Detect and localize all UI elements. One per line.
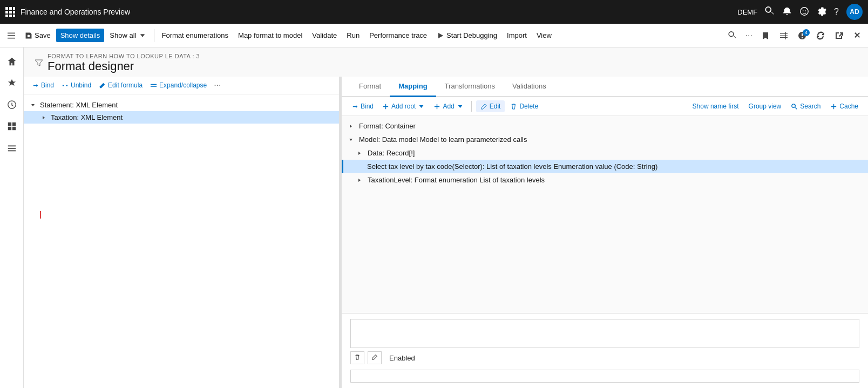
mt-chevron-right-0 — [348, 124, 356, 129]
group-view-label: Group view — [749, 103, 782, 110]
svg-rect-16 — [780, 33, 788, 34]
expand-icon[interactable] — [776, 29, 791, 42]
recent-nav-button[interactable] — [2, 95, 22, 114]
right-panel: Format Mapping Transformations Validatio… — [342, 77, 868, 388]
expand-collapse-button[interactable]: Expand/collapse — [147, 80, 209, 91]
map-format-label: Map format to model — [238, 31, 302, 39]
tab-validations-label: Validations — [512, 82, 546, 90]
cache-button[interactable]: Cache — [827, 101, 862, 112]
tree-item-taxation[interactable]: Taxation: XML Element — [24, 111, 339, 124]
favorites-nav-button[interactable] — [2, 73, 22, 93]
start-debugging-label: Start Debugging — [446, 31, 497, 39]
tab-format[interactable]: Format — [350, 77, 390, 97]
tree-chevron-down — [29, 101, 37, 109]
import-label: Import — [507, 31, 527, 39]
mt-label-data-record: Data: Record[!] — [368, 149, 415, 157]
mt-label-selector: Select tax level by tax code(Selector): … — [367, 162, 657, 171]
hamburger-button[interactable] — [3, 29, 19, 42]
view-button[interactable]: View — [532, 29, 556, 42]
workspaces-nav-button[interactable] — [2, 117, 22, 136]
main-content: FORMAT TO LEARN HOW TO LOOKUP LE DATA : … — [24, 47, 868, 388]
run-label: Run — [347, 31, 360, 39]
mt-item-format-container[interactable]: Format: Container — [342, 119, 868, 133]
popout-icon[interactable] — [831, 29, 846, 42]
avatar[interactable]: AD — [846, 4, 863, 20]
map-format-to-model-button[interactable]: Map format to model — [234, 29, 307, 42]
mt-label-format-container: Format: Container — [359, 122, 416, 130]
mt-item-model[interactable]: Model: Data model Model to learn paramet… — [342, 133, 868, 146]
search-toolbar-icon[interactable] — [725, 29, 740, 42]
breadcrumb-area: FORMAT TO LEARN HOW TO LOOKUP LE DATA : … — [48, 53, 857, 73]
format-enumerations-button[interactable]: Format enumerations — [158, 29, 233, 42]
editor-toolbar: Enabled — [350, 348, 859, 367]
mt-item-data-record[interactable]: Data: Record[!] — [342, 146, 868, 160]
mt-item-taxation-level[interactable]: TaxationLevel: Format enumeration List o… — [342, 173, 868, 187]
search-icon-top[interactable] — [765, 6, 775, 18]
edit-mapping-button[interactable]: Edit — [476, 100, 505, 112]
app-grid-button[interactable] — [5, 7, 15, 17]
svg-rect-7 — [9, 15, 12, 17]
show-all-button[interactable]: Show all — [105, 29, 150, 42]
show-name-first-button[interactable]: Show name first — [689, 101, 742, 112]
mt-chevron-right-2 — [357, 151, 364, 156]
unbind-button[interactable]: Unbind — [59, 80, 94, 91]
show-details-label: Show details — [60, 31, 100, 39]
side-nav — [0, 47, 24, 388]
svg-rect-1 — [9, 7, 12, 10]
bind-mapping-button[interactable]: Bind — [348, 101, 377, 112]
save-label: Save — [35, 31, 51, 39]
settings-icon[interactable] — [817, 6, 826, 18]
badge-icon[interactable]: 4 — [795, 29, 810, 42]
svg-rect-24 — [12, 127, 15, 130]
svg-rect-23 — [8, 127, 11, 130]
mt-item-selector[interactable]: Select tax level by tax code(Selector): … — [342, 160, 868, 173]
group-view-button[interactable]: Group view — [745, 101, 785, 112]
editor-delete-button[interactable] — [350, 351, 364, 364]
validate-button[interactable]: Validate — [308, 29, 341, 42]
filter-icon[interactable] — [35, 58, 43, 69]
mt-chevron-right-4 — [357, 178, 364, 183]
search-mapping-button[interactable]: Search — [788, 101, 824, 112]
show-details-button[interactable]: Show details — [56, 29, 105, 42]
unbind-label: Unbind — [71, 81, 91, 89]
import-button[interactable]: Import — [503, 29, 531, 42]
formula-editor-box[interactable] — [350, 319, 859, 348]
svg-rect-22 — [12, 122, 15, 126]
smiley-icon[interactable] — [799, 6, 809, 18]
home-nav-button[interactable] — [2, 52, 22, 71]
tab-mapping[interactable]: Mapping — [390, 77, 436, 97]
start-debugging-button[interactable]: Start Debugging — [432, 29, 501, 42]
format-enumerations-label: Format enumerations — [162, 31, 229, 39]
tabs-bar: Format Mapping Transformations Validatio… — [342, 77, 868, 97]
modules-nav-button[interactable] — [2, 138, 22, 158]
bind-left-button[interactable]: Bind — [29, 80, 57, 91]
performance-trace-button[interactable]: Performance trace — [365, 29, 431, 42]
bind-left-label: Bind — [41, 81, 54, 89]
svg-rect-18 — [780, 37, 788, 38]
tab-transformations[interactable]: Transformations — [436, 77, 504, 97]
expand-collapse-label: Expand/collapse — [159, 81, 207, 89]
app-title: Finance and Operations Preview — [21, 8, 737, 16]
svg-rect-3 — [5, 11, 8, 13]
svg-rect-28 — [63, 85, 64, 86]
tab-validations[interactable]: Validations — [504, 77, 555, 97]
edit-formula-button[interactable]: Edit formula — [96, 80, 145, 91]
refresh-icon[interactable] — [813, 29, 828, 42]
close-icon[interactable] — [850, 29, 865, 42]
svg-marker-15 — [438, 33, 443, 38]
toolbar-more-icon[interactable]: ··· — [743, 29, 755, 43]
cursor-indicator — [40, 211, 41, 219]
add-mapping-button[interactable]: Add — [430, 101, 466, 112]
help-icon[interactable]: ? — [834, 7, 839, 17]
run-button[interactable]: Run — [342, 29, 364, 42]
bookmarks-icon[interactable] — [758, 29, 773, 42]
editor-input-field[interactable] — [350, 370, 859, 383]
tree-item-statement[interactable]: Statement: XML Element — [24, 99, 339, 111]
add-root-button[interactable]: Add root — [379, 101, 428, 112]
save-button[interactable]: Save — [21, 29, 55, 42]
left-toolbar-more[interactable]: ··· — [214, 80, 221, 90]
notification-icon[interactable] — [782, 6, 792, 18]
delete-mapping-button[interactable]: Delete — [507, 101, 541, 112]
editor-edit-button[interactable] — [368, 351, 382, 364]
top-bar-right: DEMF ? AD — [737, 4, 863, 20]
